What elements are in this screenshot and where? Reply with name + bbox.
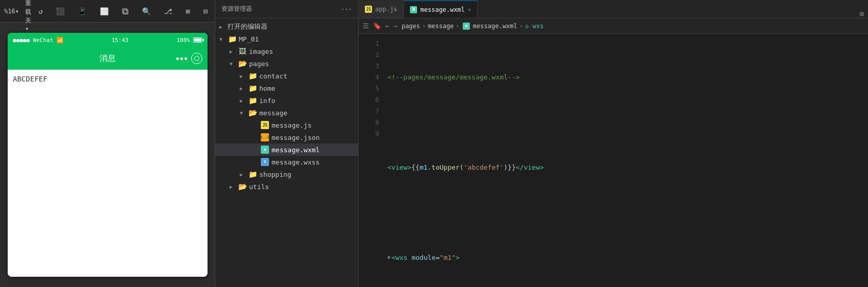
editor-split-btn[interactable]: ⊞ [856, 10, 868, 18]
code-line-5: ▼ <wxs module="m1"> [387, 252, 868, 263]
root-folder-icon: 📁 [228, 34, 237, 44]
message-wxml-icon: W [260, 145, 270, 154]
app-js-tab-label: app.js [375, 6, 397, 13]
open-editors-arrow: ▶ [219, 24, 228, 30]
stop-icon[interactable]: ⬛ [54, 6, 67, 16]
home-folder-icon: 📁 [248, 84, 257, 93]
code-area: 1 2 3 4 5 6 7 8 9 <!--pages/message/mess… [359, 34, 868, 287]
phone-status-bar: ●●●●● WeChat 📶 15:43 100% [8, 33, 208, 47]
images-label: images [249, 48, 273, 55]
breadcrumb-file[interactable]: message.wxml [473, 23, 518, 30]
bookmark-icon[interactable]: 🔖 [373, 22, 381, 30]
home-arrow: ▶ [240, 86, 248, 91]
shopping-arrow: ▶ [240, 172, 248, 177]
carrier-info: ●●●●● WeChat 📶 [13, 37, 64, 44]
pages-arrow: ▼ [230, 61, 238, 67]
contact-folder[interactable]: ▶ 📁 contact [215, 70, 358, 82]
breadcrumb-pages[interactable]: pages [402, 23, 420, 30]
message-folder-label: message [259, 109, 287, 117]
toolbar-icons: ↺ ⬛ 📱 ⬜ ⧉ 🔍 ⎇ ⊞ ⊟ ✋ [36, 5, 232, 18]
line1-comment: <!--pages/message/message.wxml--> [387, 72, 520, 83]
line-numbers: 1 2 3 4 5 6 7 8 9 [359, 34, 383, 287]
breadcrumb-message[interactable]: message [428, 23, 454, 30]
explorer-title: 资源管理器 [221, 5, 252, 13]
info-arrow: ▶ [240, 98, 248, 104]
phone-icon[interactable]: 📱 [76, 6, 89, 16]
images-folder[interactable]: ▶ 🖼 images [215, 45, 358, 57]
clock: 15:43 [112, 37, 129, 44]
root-folder[interactable]: ▼ 📁 MP_01 [215, 33, 358, 45]
pages-folder[interactable]: ▼ 📂 pages [215, 57, 358, 70]
forward-icon[interactable]: → [394, 22, 398, 30]
message-json-file[interactable]: ▶ {..} message.json [215, 131, 358, 144]
nav-right-icons [176, 53, 202, 64]
editor-toolbar: ☰ 🔖 ← → pages › message › W message.wxml… [359, 18, 868, 34]
message-json-icon: {..} [260, 133, 270, 142]
tab-message-wxml[interactable]: W message.wxml ✕ [404, 1, 478, 18]
info-folder[interactable]: ▶ 📁 info [215, 94, 358, 107]
utils-arrow: ▶ [230, 184, 238, 190]
split-icon[interactable]: ⬜ [98, 6, 111, 16]
back-icon[interactable]: ← [385, 22, 389, 30]
explorer-panel: 资源管理器 ··· ▶ 打开的编辑器 ▼ 📁 MP_01 ▶ 🖼 images … [215, 0, 359, 287]
battery-area: 100% [177, 37, 203, 44]
message-wxss-file[interactable]: ▶ S message.wxss [215, 156, 358, 168]
contact-folder-icon: 📁 [248, 71, 257, 80]
copy-icon[interactable]: ⧉ [120, 5, 131, 18]
explorer-header: 资源管理器 ··· [215, 0, 358, 18]
phone-nav-bar: 消息 [8, 47, 208, 70]
message-js-label: message.js [272, 121, 312, 129]
message-wxml-label: message.wxml [272, 146, 320, 154]
open-editors-section[interactable]: ▶ 打开的编辑器 [215, 20, 358, 33]
phone-content: ABCDEFEF [8, 70, 208, 277]
message-wxss-label: message.wxss [272, 158, 320, 166]
code-line-3: <view>{{m1.toUpper('abcdefef')}}</view> [387, 162, 868, 173]
battery-percent: 100% [177, 37, 191, 44]
tab-close-btn[interactable]: ✕ [468, 7, 471, 12]
info-folder-icon: 📁 [248, 96, 257, 105]
app-js-tab-icon: JS [365, 6, 372, 13]
grid-icon[interactable]: ⊞ [183, 6, 192, 16]
phone-simulator: ●●●●● WeChat 📶 15:43 100% 消息 [8, 33, 208, 277]
message-folder[interactable]: ▼ 📂 message [215, 107, 358, 119]
code-line-4 [387, 207, 868, 218]
record-button[interactable] [191, 53, 202, 64]
shopping-label: shopping [259, 171, 292, 178]
message-arrow: ▼ [240, 110, 248, 116]
refresh-icon[interactable]: ↺ [36, 6, 45, 16]
zoom-level[interactable]: %16▾ [4, 8, 19, 15]
message-json-label: message.json [272, 134, 320, 141]
search-icon[interactable]: 🔍 [140, 6, 153, 16]
branch-icon[interactable]: ⎇ [162, 6, 174, 16]
shopping-folder-icon: 📁 [248, 170, 257, 179]
nav-title: 消息 [99, 53, 116, 64]
message-wxml-tab-label: message.wxml [420, 6, 465, 13]
content-text: ABCDEFEF [13, 75, 47, 83]
code-line-1: <!--pages/message/message.wxml--> [387, 72, 868, 83]
wifi-icon: 📶 [56, 37, 64, 44]
diff-icon[interactable]: ⊟ [201, 6, 210, 16]
explorer-more-btn[interactable]: ··· [341, 6, 352, 13]
carrier-name: WeChat [33, 37, 53, 44]
root-arrow: ▼ [219, 36, 228, 42]
carrier-dots: ●●●●● [13, 37, 30, 44]
collapse-5[interactable]: ▼ [387, 252, 390, 263]
shopping-folder[interactable]: ▶ 📁 shopping [215, 168, 358, 180]
contact-arrow: ▶ [240, 73, 248, 79]
toolbar: %16▾ 热重载 关▾ ↺ ⬛ 📱 ⬜ ⧉ 🔍 ⎇ ⊞ ⊟ ✋ [0, 0, 215, 23]
contact-label: contact [259, 72, 287, 80]
tab-app-js[interactable]: JS app.js [359, 1, 404, 18]
message-js-file[interactable]: ▶ JS message.js [215, 119, 358, 131]
message-wxml-file[interactable]: ▶ W message.wxml [215, 144, 358, 156]
battery-icon [193, 37, 202, 43]
code-content[interactable]: <!--pages/message/message.wxml--> <view>… [383, 34, 868, 287]
breadcrumb-symbol[interactable]: ◇ wxs [525, 23, 544, 30]
editor-panel: JS app.js W message.wxml ✕ ⊞ ☰ 🔖 ← → pag… [359, 0, 868, 287]
breadcrumb: pages › message › W message.wxml › ◇ wxs [402, 23, 544, 30]
utils-folder[interactable]: ▶ 📂 utils [215, 180, 358, 193]
three-dots-icon[interactable] [176, 57, 187, 60]
home-folder[interactable]: ▶ 📁 home [215, 82, 358, 94]
menu-icon[interactable]: ☰ [363, 22, 369, 30]
pages-label: pages [249, 60, 269, 68]
message-folder-icon: 📂 [248, 108, 257, 117]
